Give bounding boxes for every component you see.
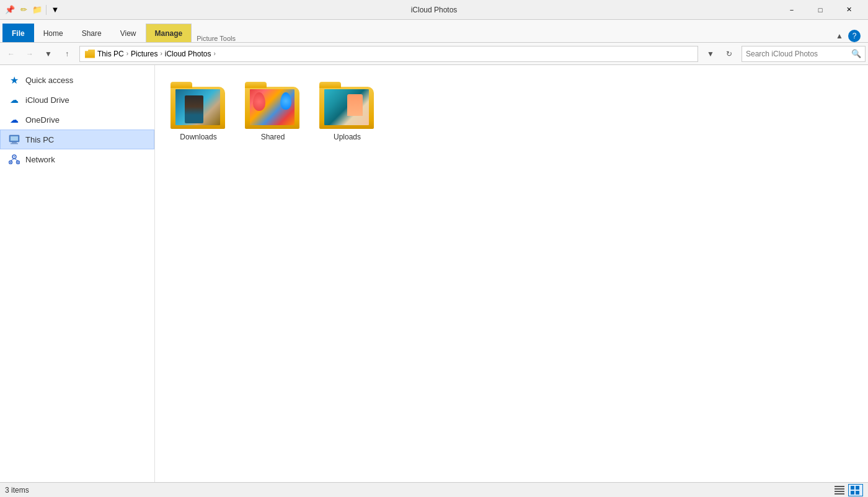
sidebar-item-quick-access[interactable]: ★ Quick access (0, 70, 154, 90)
svg-rect-12 (835, 486, 844, 487)
this-pc-icon (8, 133, 20, 146)
status-bar: 3 items (0, 482, 868, 497)
folder-icon-downloads (170, 81, 226, 129)
quick-access-toolbar: 📌 ✏ 📁 ▼ (5, 5, 60, 15)
svg-rect-3 (11, 143, 18, 144)
qat-pin-icon[interactable]: 📌 (5, 5, 15, 15)
ribbon: File Home Share View Manage Picture Tool… (0, 20, 868, 43)
qat-folder-icon[interactable]: 📁 (32, 5, 42, 15)
folder-item-shared[interactable]: Shared (242, 77, 304, 144)
quick-access-icon: ★ (8, 74, 20, 86)
recent-locations-button[interactable]: ▼ (40, 45, 57, 63)
window-controls: − □ ✕ (777, 0, 863, 20)
address-bar-actions: ▼ ↻ (702, 45, 738, 63)
ribbon-tab-bar: File Home Share View Manage Picture Tool… (0, 20, 868, 42)
refresh-button[interactable]: ↻ (720, 45, 738, 63)
dropdown-button[interactable]: ▼ (702, 45, 719, 63)
folder-photo-uploads (324, 89, 369, 125)
sidebar-item-label-quick-access: Quick access (25, 76, 73, 85)
svg-line-8 (14, 159, 18, 161)
list-view-button[interactable] (832, 484, 847, 496)
folder-icon-shared (245, 81, 301, 129)
svg-rect-2 (12, 142, 17, 143)
minimize-button[interactable]: − (777, 0, 806, 20)
qat-separator (46, 5, 46, 15)
svg-rect-19 (856, 491, 859, 495)
folder-grid: Downloads Shared Uploads (167, 77, 856, 144)
tab-file[interactable]: File (2, 24, 34, 42)
search-icon: 🔍 (851, 49, 861, 58)
breadcrumb-sep-2: › (160, 50, 162, 57)
sidebar-item-label-icloud-drive: iCloud Drive (25, 95, 69, 105)
tab-share[interactable]: Share (73, 24, 111, 42)
folder-photo-downloads (175, 89, 220, 125)
content-pane: Downloads Shared Uploads (155, 65, 868, 482)
search-input[interactable] (746, 50, 849, 58)
tab-home[interactable]: Home (34, 24, 73, 42)
breadcrumb-folder-icon (85, 50, 95, 58)
window-title: iCloud Photos (411, 6, 458, 14)
folder-item-uploads[interactable]: Uploads (316, 77, 378, 144)
svg-rect-17 (856, 486, 859, 490)
large-icons-view-button[interactable] (848, 484, 863, 496)
search-box[interactable]: 🔍 (742, 46, 866, 62)
svg-point-10 (10, 162, 11, 163)
network-icon (8, 153, 20, 165)
forward-button[interactable]: → (21, 45, 38, 63)
folder-photo-shared (250, 89, 294, 125)
folder-label-uploads: Uploads (334, 133, 361, 141)
svg-rect-13 (835, 488, 844, 490)
qat-expand-icon[interactable]: ▼ (50, 5, 60, 15)
address-breadcrumb[interactable]: This PC › Pictures › iCloud Photos › (79, 46, 698, 62)
sidebar-item-network[interactable]: Network (0, 149, 154, 169)
folder-icon-uploads (319, 81, 375, 129)
svg-rect-1 (11, 136, 18, 141)
svg-rect-15 (835, 493, 844, 495)
sidebar-item-icloud-drive[interactable]: ☁ iCloud Drive (0, 90, 154, 110)
status-item-count: 3 items (5, 486, 29, 495)
breadcrumb-icloud: iCloud Photos (165, 50, 211, 58)
back-button[interactable]: ← (2, 45, 20, 63)
picture-tools-label: Picture Tools (192, 35, 241, 42)
svg-point-11 (17, 162, 19, 163)
help-button[interactable]: ? (848, 30, 861, 42)
up-button[interactable]: ↑ (58, 45, 76, 63)
ribbon-collapse-button[interactable]: ▲ (833, 30, 846, 42)
svg-rect-18 (851, 491, 854, 495)
svg-point-9 (14, 156, 15, 157)
svg-rect-14 (835, 491, 844, 492)
folder-label-shared: Shared (261, 133, 285, 141)
svg-rect-16 (851, 486, 854, 490)
icloud-drive-icon: ☁ (8, 94, 20, 106)
sidebar-item-label-onedrive: OneDrive (25, 115, 60, 125)
breadcrumb-pictures: Pictures (131, 50, 157, 58)
title-bar: 📌 ✏ 📁 ▼ iCloud Photos − □ ✕ (0, 0, 868, 20)
svg-line-7 (11, 159, 14, 161)
breadcrumb-thispc: This PC (97, 50, 124, 58)
tab-view[interactable]: View (111, 24, 146, 42)
maximize-button[interactable]: □ (806, 0, 835, 20)
main-area: ★ Quick access ☁ iCloud Drive ☁ OneDrive… (0, 65, 868, 482)
folder-label-downloads: Downloads (180, 133, 216, 141)
sidebar-item-label-network: Network (25, 155, 55, 164)
folder-item-downloads[interactable]: Downloads (167, 77, 229, 144)
sidebar-item-onedrive[interactable]: ☁ OneDrive (0, 110, 154, 130)
sidebar-item-this-pc[interactable]: This PC (0, 130, 154, 149)
sidebar: ★ Quick access ☁ iCloud Drive ☁ OneDrive… (0, 65, 155, 482)
breadcrumb-sep-1: › (126, 50, 128, 57)
address-bar-row: ← → ▼ ↑ This PC › Pictures › iCloud Phot… (0, 43, 868, 65)
qat-undo-icon[interactable]: ✏ (19, 5, 29, 15)
sidebar-item-label-this-pc: This PC (25, 135, 54, 144)
close-button[interactable]: ✕ (835, 0, 863, 20)
onedrive-icon: ☁ (8, 113, 20, 126)
breadcrumb-sep-3: › (213, 50, 215, 57)
status-view-controls (832, 484, 863, 496)
tab-manage[interactable]: Manage (146, 24, 192, 42)
